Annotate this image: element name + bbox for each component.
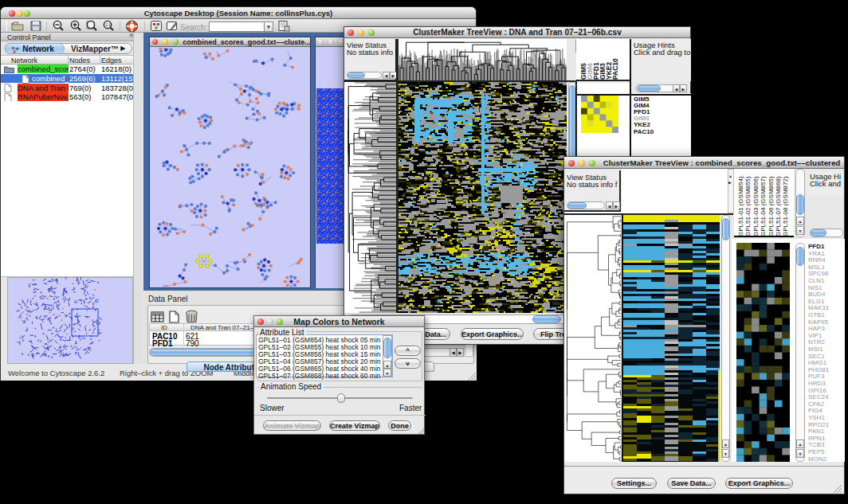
svg-text:MON2: MON2 bbox=[808, 455, 827, 462]
svg-text:GPL51-08 (GSM872): GPL51-08 (GSM872) bbox=[782, 176, 789, 236]
svg-text:GPL51-04 (GSM857): GPL51-04 (GSM857) bbox=[760, 176, 767, 236]
svg-text:PAC10: PAC10 bbox=[634, 128, 654, 135]
svg-text:PAC10: PAC10 bbox=[611, 58, 619, 80]
svg-text:1:1: 1:1 bbox=[105, 22, 111, 27]
svg-text:GPL51-02 (GSM855): GPL51-02 (GSM855) bbox=[744, 176, 752, 236]
svg-text:GPL51-01 (GSM854): GPL51-01 (GSM854) bbox=[737, 176, 744, 236]
svg-text:GPL51-06 (GSM865): GPL51-06 (GSM865) bbox=[768, 176, 775, 236]
svg-text:GPL51-07 (GSM868): GPL51-07 (GSM868) bbox=[775, 176, 782, 236]
svg-text:GPL51-03 (GSM856): GPL51-03 (GSM856) bbox=[752, 176, 760, 236]
